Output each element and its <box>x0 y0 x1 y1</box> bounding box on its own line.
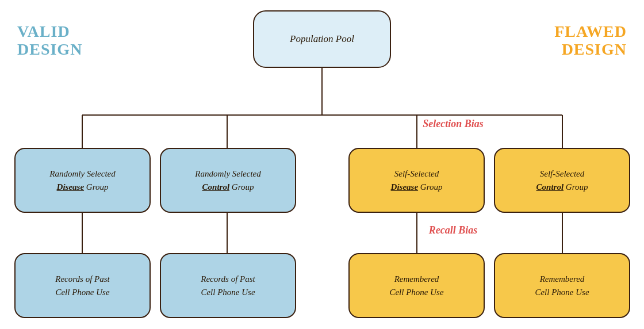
diagram: VALIDDESIGN FLAWEDDESIGN Population Pool <box>0 0 644 329</box>
selection-bias-label: Selection Bias <box>384 118 522 130</box>
remembered-2-box: RememberedCell Phone Use <box>494 253 630 318</box>
disease-group-flawed-box: Self-SelectedDisease Group <box>348 148 485 213</box>
records-valid-2-text: Records of PastCell Phone Use <box>201 273 255 299</box>
disease-group-flawed-text: Self-SelectedDisease Group <box>391 167 443 193</box>
disease-group-valid-text: Randomly SelectedDisease Group <box>49 167 116 193</box>
population-pool-text: Population Pool <box>290 32 354 46</box>
remembered-1-box: RememberedCell Phone Use <box>348 253 485 318</box>
records-valid-1-box: Records of PastCell Phone Use <box>14 253 151 318</box>
control-group-flawed-box: Self-SelectedControl Group <box>494 148 630 213</box>
records-valid-2-box: Records of PastCell Phone Use <box>160 253 296 318</box>
valid-design-label: VALIDDESIGN <box>17 23 82 59</box>
control-group-flawed-text: Self-SelectedControl Group <box>536 167 588 193</box>
flawed-design-label: FLAWEDDESIGN <box>554 23 627 59</box>
records-valid-1-text: Records of PastCell Phone Use <box>55 273 109 299</box>
control-group-valid-text: Randomly SelectedControl Group <box>195 167 261 193</box>
disease-group-valid-box: Randomly SelectedDisease Group <box>14 148 151 213</box>
remembered-1-text: RememberedCell Phone Use <box>389 273 443 299</box>
population-pool-box: Population Pool <box>253 10 391 68</box>
remembered-2-text: RememberedCell Phone Use <box>535 273 589 299</box>
control-group-valid-box: Randomly SelectedControl Group <box>160 148 296 213</box>
recall-bias-label: Recall Bias <box>384 224 522 236</box>
